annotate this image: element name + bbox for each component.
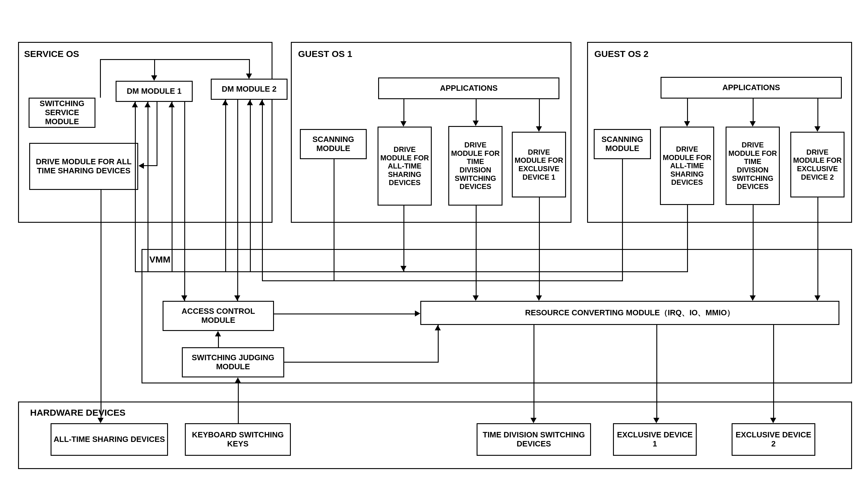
arrow-head-icon bbox=[684, 121, 690, 126]
guest2-drive-all-time-label: DRIVE MODULE FOR ALL-TIME SHARING DEVICE… bbox=[663, 145, 711, 187]
access-control-box: ACCESS CONTROL MODULE bbox=[162, 301, 274, 331]
arrow-head-icon bbox=[653, 418, 659, 423]
arrow-line bbox=[172, 102, 173, 251]
guest2-drive-time-div-box: DRIVE MODULE FOR TIME DIVISION SWITCHING… bbox=[725, 126, 780, 205]
arrow-head-icon bbox=[97, 418, 103, 423]
dm-module-2-box: DM MODULE 2 bbox=[211, 79, 287, 100]
arrow-line bbox=[250, 100, 251, 251]
arrow-line bbox=[157, 102, 157, 166]
arrow-line bbox=[225, 100, 226, 251]
arrow-head-icon bbox=[814, 126, 820, 132]
arrow-head-icon bbox=[247, 100, 253, 105]
guest1-drive-all-time-box: DRIVE MODULE FOR ALL-TIME SHARING DEVICE… bbox=[377, 126, 432, 205]
arrow-line bbox=[476, 205, 476, 295]
arrow-line bbox=[184, 102, 185, 301]
exclusive-device-2-label: EXCLUSIVE DEVICE 2 bbox=[734, 430, 813, 449]
arrow-line bbox=[250, 251, 251, 272]
arrow-line bbox=[135, 271, 404, 272]
arrow-head-icon bbox=[536, 295, 542, 301]
arrow-head-icon bbox=[145, 102, 151, 107]
exclusive-device-2-box: EXCLUSIVE DEVICE 2 bbox=[732, 423, 815, 456]
guest1-drive-all-time-label: DRIVE MODULE FOR ALL-TIME SHARING DEVICE… bbox=[380, 145, 429, 187]
arrow-line bbox=[438, 325, 439, 363]
guest2-drive-exclusive-box: DRIVE MODULE FOR EXCLUSIVE DEVICE 2 bbox=[790, 132, 844, 197]
arrow-line bbox=[148, 251, 149, 272]
keyboard-switching-keys-box: KEYBOARD SWITCHING KEYS bbox=[185, 423, 291, 456]
arrow-head-icon bbox=[750, 121, 756, 126]
arrow-line bbox=[687, 98, 688, 121]
arrow-head-icon bbox=[415, 310, 420, 316]
service-os-title: SERVICE OS bbox=[24, 49, 79, 59]
guest2-scanning-box: SCANNING MODULE bbox=[594, 129, 651, 159]
dm-module-1-label: DM MODULE 1 bbox=[127, 87, 182, 96]
arrow-line bbox=[135, 102, 136, 251]
arrow-line bbox=[773, 325, 774, 418]
hardware-title: HARDWARE DEVICES bbox=[30, 407, 126, 418]
dm-module-1-box: DM MODULE 1 bbox=[116, 81, 193, 102]
arrow-head-icon bbox=[235, 377, 241, 383]
arrow-line bbox=[154, 59, 155, 75]
guest2-applications-label: APPLICATIONS bbox=[722, 83, 780, 92]
arrow-head-icon bbox=[215, 331, 221, 336]
guest1-drive-time-div-label: DRIVE MODULE FOR TIME DIVISION SWITCHING… bbox=[451, 141, 500, 191]
vmm-title: VMM bbox=[149, 254, 170, 265]
guest1-scanning-label: SCANNING MODULE bbox=[303, 135, 364, 153]
guest-os-2-title: GUEST OS 2 bbox=[594, 49, 649, 59]
arrow-line bbox=[284, 362, 438, 363]
arrow-head-icon bbox=[234, 295, 240, 301]
exclusive-device-1-box: EXCLUSIVE DEVICE 1 bbox=[613, 423, 697, 456]
guest1-scanning-box: SCANNING MODULE bbox=[300, 129, 367, 159]
arrow-head-icon bbox=[530, 418, 536, 423]
arrow-head-icon bbox=[181, 295, 187, 301]
switching-judging-box: SWITCHING JUDGING MODULE bbox=[182, 347, 284, 377]
arrow-line bbox=[533, 325, 534, 418]
switching-service-module-box: SWITCHING SERVICE MODULE bbox=[29, 98, 95, 128]
arrow-head-icon bbox=[246, 74, 252, 79]
arrow-line bbox=[225, 251, 226, 272]
all-time-sharing-devices-label: ALL-TIME SHARING DEVICES bbox=[54, 435, 165, 444]
switching-judging-label: SWITCHING JUDGING MODULE bbox=[185, 353, 281, 371]
arrow-line bbox=[656, 325, 657, 418]
arrow-head-icon bbox=[750, 295, 756, 301]
arrow-line bbox=[218, 336, 219, 347]
arrow-line bbox=[135, 251, 136, 272]
arrow-line bbox=[403, 205, 404, 271]
arrow-line bbox=[817, 197, 818, 295]
arrow-line bbox=[172, 251, 173, 272]
arrow-head-icon bbox=[259, 100, 265, 105]
arrow-line bbox=[237, 100, 238, 301]
guest2-drive-time-div-label: DRIVE MODULE FOR TIME DIVISION SWITCHING… bbox=[728, 141, 777, 191]
exclusive-device-1-label: EXCLUSIVE DEVICE 1 bbox=[616, 430, 694, 449]
drive-module-all-time-box: DRIVE MODULE FOR ALL TIME SHARING DEVICE… bbox=[29, 143, 138, 190]
arrow-line bbox=[817, 98, 818, 126]
arrow-head-icon bbox=[168, 102, 175, 107]
arrow-head-icon bbox=[151, 75, 157, 81]
guest2-scanning-label: SCANNING MODULE bbox=[596, 135, 648, 153]
arrow-line bbox=[100, 59, 250, 60]
arrow-line bbox=[238, 383, 239, 423]
guest2-drive-all-time-box: DRIVE MODULE FOR ALL-TIME SHARING DEVICE… bbox=[660, 126, 714, 205]
arrow-line bbox=[262, 100, 263, 281]
resource-converting-box: RESOURCE CONVERTING MODULE（IRQ、IO、MMIO） bbox=[420, 301, 839, 325]
time-div-switching-devices-box: TIME DIVISION SWITCHING DEVICES bbox=[476, 423, 591, 456]
arrow-line bbox=[100, 190, 101, 418]
arrow-line bbox=[148, 102, 149, 251]
arrow-line bbox=[262, 280, 622, 281]
arrow-head-icon bbox=[132, 102, 138, 107]
arrow-line bbox=[476, 99, 476, 120]
time-div-switching-devices-label: TIME DIVISION SWITCHING DEVICES bbox=[479, 430, 588, 449]
service-os-container bbox=[18, 42, 273, 223]
arrow-head-icon bbox=[473, 295, 479, 301]
guest1-drive-exclusive-box: DRIVE MODULE FOR EXCLUSIVE DEVICE 1 bbox=[512, 132, 566, 197]
arrow-line bbox=[622, 159, 623, 281]
arrow-line bbox=[753, 98, 753, 121]
arrow-line bbox=[403, 271, 688, 272]
arrow-head-icon bbox=[222, 100, 228, 105]
guest1-applications-box: APPLICATIONS bbox=[378, 78, 559, 99]
arrow-line bbox=[403, 99, 404, 121]
all-time-sharing-devices-box: ALL-TIME SHARING DEVICES bbox=[51, 423, 168, 456]
guest1-drive-time-div-box: DRIVE MODULE FOR TIME DIVISION SWITCHING… bbox=[448, 126, 502, 205]
arrow-line bbox=[687, 205, 688, 271]
resource-converting-label: RESOURCE CONVERTING MODULE（IRQ、IO、MMIO） bbox=[525, 308, 735, 317]
arrow-line bbox=[144, 165, 157, 166]
